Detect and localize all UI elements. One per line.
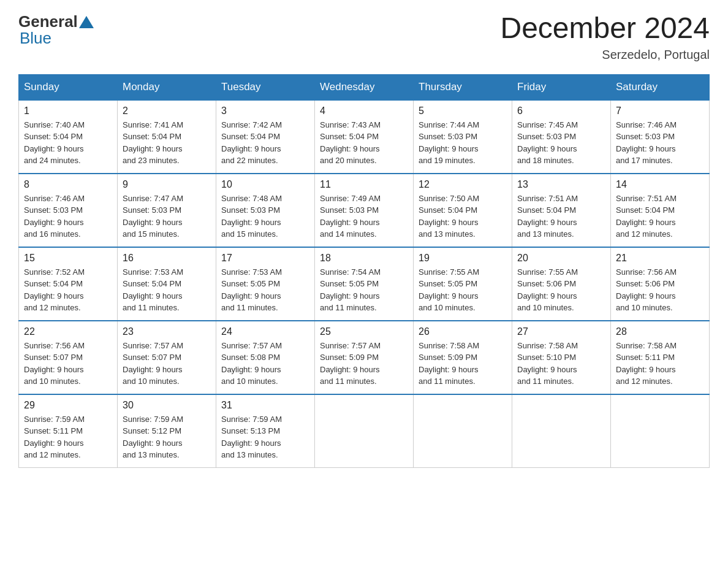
table-row: 6 Sunrise: 7:45 AM Sunset: 5:03 PM Dayli… bbox=[512, 100, 611, 174]
day-number: 2 bbox=[123, 105, 211, 117]
day-info: Sunrise: 7:56 AM Sunset: 5:06 PM Dayligh… bbox=[616, 267, 677, 313]
day-number: 26 bbox=[419, 326, 507, 337]
location-subtitle: Serzedelo, Portugal bbox=[500, 48, 710, 62]
day-number: 1 bbox=[24, 105, 112, 117]
table-row: 25 Sunrise: 7:57 AM Sunset: 5:09 PM Dayl… bbox=[315, 321, 414, 394]
calendar-table: Sunday Monday Tuesday Wednesday Thursday… bbox=[18, 74, 710, 469]
day-number: 24 bbox=[221, 326, 309, 337]
day-info: Sunrise: 7:48 AM Sunset: 5:03 PM Dayligh… bbox=[221, 194, 282, 239]
table-row: 22 Sunrise: 7:56 AM Sunset: 5:07 PM Dayl… bbox=[19, 321, 118, 394]
table-row: 12 Sunrise: 7:50 AM Sunset: 5:04 PM Dayl… bbox=[414, 174, 512, 247]
header-friday: Friday bbox=[512, 74, 611, 100]
day-info: Sunrise: 7:40 AM Sunset: 5:04 PM Dayligh… bbox=[24, 120, 85, 166]
calendar-body: 1 Sunrise: 7:40 AM Sunset: 5:04 PM Dayli… bbox=[19, 100, 710, 468]
day-info: Sunrise: 7:51 AM Sunset: 5:04 PM Dayligh… bbox=[517, 194, 578, 239]
day-info: Sunrise: 7:46 AM Sunset: 5:03 PM Dayligh… bbox=[24, 194, 85, 239]
day-info: Sunrise: 7:52 AM Sunset: 5:04 PM Dayligh… bbox=[24, 267, 85, 313]
day-number: 18 bbox=[320, 253, 408, 264]
day-number: 5 bbox=[419, 105, 507, 117]
day-number: 20 bbox=[517, 253, 605, 264]
day-info: Sunrise: 7:42 AM Sunset: 5:04 PM Dayligh… bbox=[221, 120, 282, 166]
day-number: 3 bbox=[221, 105, 309, 117]
day-info: Sunrise: 7:46 AM Sunset: 5:03 PM Dayligh… bbox=[616, 120, 677, 166]
day-number: 21 bbox=[616, 253, 704, 264]
day-number: 10 bbox=[221, 179, 309, 190]
day-number: 28 bbox=[616, 326, 704, 337]
day-info: Sunrise: 7:57 AM Sunset: 5:09 PM Dayligh… bbox=[320, 341, 381, 386]
day-number: 13 bbox=[517, 179, 605, 190]
day-info: Sunrise: 7:56 AM Sunset: 5:07 PM Dayligh… bbox=[24, 341, 85, 386]
day-info: Sunrise: 7:59 AM Sunset: 5:12 PM Dayligh… bbox=[123, 415, 183, 460]
day-number: 29 bbox=[24, 400, 112, 411]
day-info: Sunrise: 7:41 AM Sunset: 5:04 PM Dayligh… bbox=[123, 120, 183, 166]
day-number: 12 bbox=[419, 179, 507, 190]
table-row: 26 Sunrise: 7:58 AM Sunset: 5:09 PM Dayl… bbox=[414, 321, 512, 394]
day-info: Sunrise: 7:57 AM Sunset: 5:07 PM Dayligh… bbox=[123, 341, 183, 386]
day-number: 16 bbox=[123, 253, 211, 264]
table-row: 13 Sunrise: 7:51 AM Sunset: 5:04 PM Dayl… bbox=[512, 174, 611, 247]
day-number: 14 bbox=[616, 179, 704, 190]
day-number: 15 bbox=[24, 253, 112, 264]
table-row bbox=[611, 394, 710, 468]
day-number: 11 bbox=[320, 179, 408, 190]
day-info: Sunrise: 7:58 AM Sunset: 5:10 PM Dayligh… bbox=[517, 341, 578, 386]
day-info: Sunrise: 7:58 AM Sunset: 5:09 PM Dayligh… bbox=[419, 341, 479, 386]
header-thursday: Thursday bbox=[414, 74, 512, 100]
day-number: 4 bbox=[320, 105, 408, 117]
table-row: 30 Sunrise: 7:59 AM Sunset: 5:12 PM Dayl… bbox=[118, 394, 216, 468]
day-info: Sunrise: 7:44 AM Sunset: 5:03 PM Dayligh… bbox=[419, 120, 479, 166]
logo-blue-text: Blue bbox=[20, 29, 51, 47]
table-row: 20 Sunrise: 7:55 AM Sunset: 5:06 PM Dayl… bbox=[512, 247, 611, 321]
day-info: Sunrise: 7:50 AM Sunset: 5:04 PM Dayligh… bbox=[419, 194, 479, 239]
page-header: General Blue December 2024 Serzedelo, Po… bbox=[18, 12, 710, 62]
day-number: 17 bbox=[221, 253, 309, 264]
table-row: 21 Sunrise: 7:56 AM Sunset: 5:06 PM Dayl… bbox=[611, 247, 710, 321]
table-row: 17 Sunrise: 7:53 AM Sunset: 5:05 PM Dayl… bbox=[216, 247, 315, 321]
title-area: December 2024 Serzedelo, Portugal bbox=[500, 12, 710, 62]
header-tuesday: Tuesday bbox=[216, 74, 315, 100]
table-row: 28 Sunrise: 7:58 AM Sunset: 5:11 PM Dayl… bbox=[611, 321, 710, 394]
table-row: 7 Sunrise: 7:46 AM Sunset: 5:03 PM Dayli… bbox=[611, 100, 710, 174]
table-row: 15 Sunrise: 7:52 AM Sunset: 5:04 PM Dayl… bbox=[19, 247, 118, 321]
month-title: December 2024 bbox=[500, 12, 710, 45]
day-number: 6 bbox=[517, 105, 605, 117]
day-info: Sunrise: 7:59 AM Sunset: 5:11 PM Dayligh… bbox=[24, 415, 85, 460]
day-number: 8 bbox=[24, 179, 112, 190]
day-number: 22 bbox=[24, 326, 112, 337]
table-row: 19 Sunrise: 7:55 AM Sunset: 5:05 PM Dayl… bbox=[414, 247, 512, 321]
day-number: 27 bbox=[517, 326, 605, 337]
header-sunday: Sunday bbox=[19, 74, 118, 100]
table-row: 1 Sunrise: 7:40 AM Sunset: 5:04 PM Dayli… bbox=[19, 100, 118, 174]
day-number: 23 bbox=[123, 326, 211, 337]
day-number: 31 bbox=[221, 400, 309, 411]
table-row: 5 Sunrise: 7:44 AM Sunset: 5:03 PM Dayli… bbox=[414, 100, 512, 174]
table-row: 10 Sunrise: 7:48 AM Sunset: 5:03 PM Dayl… bbox=[216, 174, 315, 247]
table-row: 27 Sunrise: 7:58 AM Sunset: 5:10 PM Dayl… bbox=[512, 321, 611, 394]
table-row: 8 Sunrise: 7:46 AM Sunset: 5:03 PM Dayli… bbox=[19, 174, 118, 247]
day-info: Sunrise: 7:53 AM Sunset: 5:05 PM Dayligh… bbox=[221, 267, 282, 313]
table-row: 29 Sunrise: 7:59 AM Sunset: 5:11 PM Dayl… bbox=[19, 394, 118, 468]
logo: General Blue bbox=[18, 12, 96, 48]
day-info: Sunrise: 7:55 AM Sunset: 5:05 PM Dayligh… bbox=[419, 267, 479, 313]
table-row: 4 Sunrise: 7:43 AM Sunset: 5:04 PM Dayli… bbox=[315, 100, 414, 174]
day-info: Sunrise: 7:45 AM Sunset: 5:03 PM Dayligh… bbox=[517, 120, 578, 166]
table-row: 3 Sunrise: 7:42 AM Sunset: 5:04 PM Dayli… bbox=[216, 100, 315, 174]
header-saturday: Saturday bbox=[611, 74, 710, 100]
day-info: Sunrise: 7:43 AM Sunset: 5:04 PM Dayligh… bbox=[320, 120, 381, 166]
day-number: 30 bbox=[123, 400, 211, 411]
table-row: 18 Sunrise: 7:54 AM Sunset: 5:05 PM Dayl… bbox=[315, 247, 414, 321]
day-number: 25 bbox=[320, 326, 408, 337]
day-number: 9 bbox=[123, 179, 211, 190]
table-row bbox=[414, 394, 512, 468]
table-row: 9 Sunrise: 7:47 AM Sunset: 5:03 PM Dayli… bbox=[118, 174, 216, 247]
day-info: Sunrise: 7:55 AM Sunset: 5:06 PM Dayligh… bbox=[517, 267, 578, 313]
calendar-header: Sunday Monday Tuesday Wednesday Thursday… bbox=[19, 74, 710, 100]
logo-icon bbox=[78, 15, 95, 29]
day-info: Sunrise: 7:47 AM Sunset: 5:03 PM Dayligh… bbox=[123, 194, 183, 239]
table-row: 23 Sunrise: 7:57 AM Sunset: 5:07 PM Dayl… bbox=[118, 321, 216, 394]
day-info: Sunrise: 7:53 AM Sunset: 5:04 PM Dayligh… bbox=[123, 267, 183, 313]
day-info: Sunrise: 7:58 AM Sunset: 5:11 PM Dayligh… bbox=[616, 341, 677, 386]
table-row: 14 Sunrise: 7:51 AM Sunset: 5:04 PM Dayl… bbox=[611, 174, 710, 247]
day-info: Sunrise: 7:51 AM Sunset: 5:04 PM Dayligh… bbox=[616, 194, 677, 239]
table-row: 31 Sunrise: 7:59 AM Sunset: 5:13 PM Dayl… bbox=[216, 394, 315, 468]
